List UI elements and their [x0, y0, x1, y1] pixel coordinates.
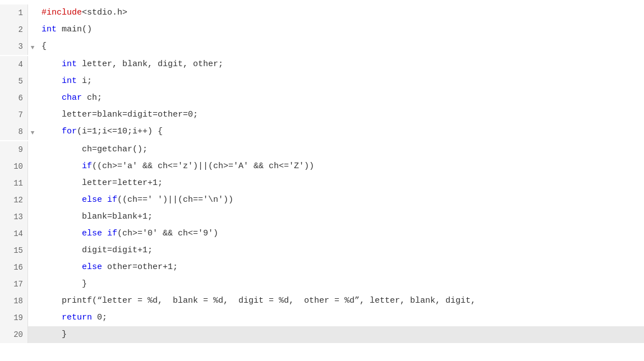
fold-marker [28, 141, 37, 142]
line-number: 12 [0, 192, 28, 209]
code-line: 2int main() [0, 21, 644, 38]
code-token: ((ch>='a' && ch<='z')||(ch>='A' && ch<='… [92, 161, 314, 171]
code-token: letter, blank, digit, other; [77, 59, 223, 69]
line-number: 19 [0, 309, 28, 326]
code-token: (i=1;i<=10;i++) { [77, 127, 163, 136]
code-line: 1#include<stdio.h> [0, 4, 644, 21]
code-line: 4 int letter, blank, digit, other; [0, 56, 644, 73]
code-line: 12 else if((ch==' ')||(ch=='\n')) [0, 192, 644, 209]
code-token [42, 229, 82, 238]
line-number: 15 [0, 242, 28, 259]
line-number: 9 [0, 141, 28, 158]
line-content[interactable]: { [37, 38, 644, 55]
code-line: 15 digit=digit+1; [0, 242, 644, 259]
fold-marker [28, 21, 37, 22]
code-token: (ch>='0' && ch<='9') [117, 229, 218, 238]
code-token: #include [42, 8, 82, 17]
fold-marker [28, 90, 37, 91]
code-line: 3▼{ [0, 38, 644, 56]
line-content[interactable]: int letter, blank, digit, other; [37, 56, 644, 73]
code-token: { [42, 41, 47, 51]
line-content[interactable]: return 0; [37, 309, 644, 326]
code-token [42, 161, 82, 171]
line-number: 11 [0, 175, 28, 192]
code-token: ch; [82, 93, 102, 103]
code-token: ((ch==' ')||(ch=='\n')) [117, 195, 233, 205]
line-content[interactable]: ch=getchar(); [37, 141, 644, 158]
code-token: 0; [92, 313, 107, 322]
fold-marker [28, 276, 37, 277]
code-token: digit=digit+1; [42, 246, 153, 255]
fold-marker[interactable]: ▼ [28, 38, 37, 56]
line-content[interactable]: printf(“letter = %d, blank = %d, digit =… [37, 293, 644, 309]
code-line: 8▼ for(i=1;i<=10;i++) { [0, 123, 644, 141]
line-content[interactable]: } [37, 326, 644, 343]
fold-marker [28, 73, 37, 74]
line-content[interactable]: digit=digit+1; [37, 242, 644, 259]
line-number: 16 [0, 259, 28, 276]
code-token [42, 59, 62, 69]
code-token: else [82, 262, 102, 272]
code-token: int [42, 25, 57, 34]
code-line: 11 letter=letter+1; [0, 175, 644, 192]
line-number: 7 [0, 107, 28, 123]
code-token: for [62, 127, 77, 136]
code-token: i; [77, 76, 92, 86]
code-token: ch=getchar(); [42, 145, 148, 154]
code-line: 9 ch=getchar(); [0, 141, 644, 158]
line-number: 18 [0, 293, 28, 309]
line-content[interactable]: int i; [37, 73, 644, 90]
fold-marker [28, 107, 37, 108]
line-number: 14 [0, 225, 28, 242]
fold-marker[interactable]: ▼ [28, 123, 37, 141]
editor-container: 1#include<stdio.h>2int main()3▼{4 int le… [0, 0, 644, 361]
fold-marker [28, 56, 37, 57]
code-line: 6 char ch; [0, 90, 644, 107]
code-line: 13 blank=blank+1; [0, 209, 644, 225]
fold-marker [28, 326, 37, 327]
fold-marker [28, 225, 37, 226]
code-line: 18 printf(“letter = %d, blank = %d, digi… [0, 293, 644, 309]
line-content[interactable]: else if(ch>='0' && ch<='9') [37, 225, 644, 242]
code-token [42, 127, 62, 136]
line-content[interactable]: } [37, 276, 644, 293]
code-line: 19 return 0; [0, 309, 644, 326]
code-token: blank=blank+1; [42, 212, 153, 221]
line-content[interactable]: blank=blank+1; [37, 209, 644, 225]
code-token [42, 262, 82, 272]
line-number: 20 [0, 326, 28, 343]
fold-marker [28, 242, 37, 243]
fold-marker [28, 309, 37, 311]
code-line: 17 } [0, 276, 644, 293]
code-token: int [62, 76, 77, 86]
line-content[interactable]: int main() [37, 21, 644, 38]
code-line: 5 int i; [0, 73, 644, 90]
fold-marker [28, 4, 37, 6]
code-token: <stdio.h> [82, 8, 127, 17]
line-content[interactable]: letter=blank=digit=other=0; [37, 107, 644, 123]
line-content[interactable]: for(i=1;i<=10;i++) { [37, 123, 644, 140]
line-content[interactable]: if((ch>='a' && ch<='z')||(ch>='A' && ch<… [37, 158, 644, 175]
line-content[interactable]: letter=letter+1; [37, 175, 644, 192]
code-line: 14 else if(ch>='0' && ch<='9') [0, 225, 644, 242]
line-number: 6 [0, 90, 28, 107]
fold-marker [28, 192, 37, 193]
code-line: 16 else other=other+1; [0, 259, 644, 276]
line-number: 10 [0, 158, 28, 175]
fold-marker [28, 175, 37, 176]
line-content[interactable]: char ch; [37, 90, 644, 107]
code-token: printf(“letter = %d, blank = %d, digit =… [42, 296, 476, 306]
fold-marker [28, 293, 37, 294]
line-content[interactable]: else other=other+1; [37, 259, 644, 276]
code-token [42, 195, 82, 205]
code-token: else if [82, 195, 117, 205]
code-area: 1#include<stdio.h>2int main()3▼{4 int le… [0, 0, 644, 348]
code-token: other=other+1; [102, 262, 178, 272]
line-number: 17 [0, 276, 28, 293]
line-content[interactable]: else if((ch==' ')||(ch=='\n')) [37, 192, 644, 209]
code-line: 20 } [0, 326, 644, 343]
line-number: 3 [0, 38, 28, 55]
line-number: 2 [0, 21, 28, 38]
line-content[interactable]: #include<stdio.h> [37, 4, 644, 21]
fold-marker [28, 158, 37, 159]
